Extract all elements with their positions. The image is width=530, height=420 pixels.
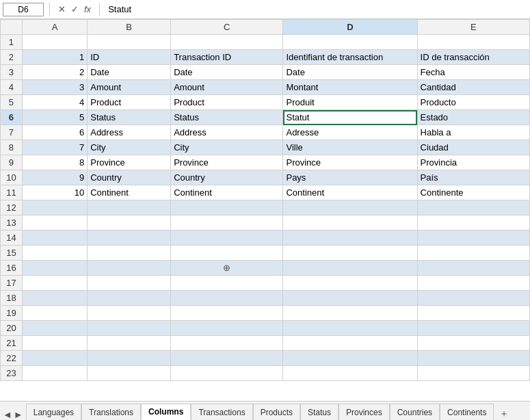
cell-b11[interactable]: Continent: [88, 185, 171, 200]
cell-d4[interactable]: Montant: [283, 80, 417, 95]
cell-e8[interactable]: Ciudad: [417, 140, 529, 155]
col-header-b[interactable]: B: [88, 20, 171, 35]
cell-e2[interactable]: ID de transacción: [417, 50, 529, 65]
dropdown-icon-c[interactable]: ▼: [274, 38, 281, 46]
cell-e9[interactable]: Provincia: [417, 155, 529, 170]
cell-d9[interactable]: Province: [283, 155, 417, 170]
header-col-name-en[interactable]: Column Name EN ▼: [171, 35, 283, 50]
cell-a8[interactable]: 7: [22, 140, 87, 155]
name-box[interactable]: [3, 3, 44, 16]
tab-next-icon[interactable]: ►: [14, 409, 23, 420]
cell-d8[interactable]: Ville: [283, 140, 417, 155]
confirm-icon[interactable]: ✓: [71, 4, 79, 14]
formula-content[interactable]: Statut: [105, 3, 527, 16]
table-header-row: 1 Column ID ▼ Column Base ▼ Column Name …: [1, 35, 530, 50]
cell-b5[interactable]: Product: [88, 95, 171, 110]
cell-e6[interactable]: Estado: [417, 110, 529, 125]
row-num-4: 4: [1, 80, 23, 95]
cell-b6[interactable]: Status: [88, 110, 171, 125]
column-headers-row: A B C D E: [1, 20, 530, 35]
tab-status[interactable]: Status: [300, 404, 339, 420]
tab-languages[interactable]: Languages: [26, 404, 81, 420]
divider-2: [99, 3, 100, 16]
tab-nav-left[interactable]: ◄ ►: [0, 409, 26, 420]
function-icon[interactable]: fx: [84, 4, 91, 14]
empty-row: 19: [1, 306, 530, 321]
cell-c9[interactable]: Province: [171, 155, 283, 170]
cell-d2[interactable]: Identifiant de transaction: [283, 50, 417, 65]
table-row: 10 9 Country Country Pays País: [1, 170, 530, 185]
cell-a11[interactable]: 10: [22, 185, 87, 200]
col-header-e[interactable]: E: [417, 20, 529, 35]
cell-d11[interactable]: Continent: [283, 185, 417, 200]
cell-c4[interactable]: Amount: [171, 80, 283, 95]
add-sheet-icon[interactable]: ＋: [499, 408, 509, 420]
tab-prev-icon[interactable]: ◄: [3, 409, 12, 420]
tab-translations[interactable]: Translations: [81, 404, 141, 420]
cell-b7[interactable]: Address: [88, 125, 171, 140]
cell-a5[interactable]: 4: [22, 95, 87, 110]
cell-d10[interactable]: Pays: [283, 170, 417, 185]
table-row: 2 1 ID Transaction ID Identifiant de tra…: [1, 50, 530, 65]
cell-a7[interactable]: 6: [22, 125, 87, 140]
cell-d6[interactable]: Statut: [283, 110, 417, 125]
header-col-id[interactable]: Column ID ▼: [22, 35, 87, 50]
cancel-icon[interactable]: ✕: [58, 4, 66, 14]
header-col-base[interactable]: Column Base ▼: [88, 35, 171, 50]
col-header-c[interactable]: C: [171, 20, 283, 35]
table-row: 8 7 City City Ville Ciudad: [1, 140, 530, 155]
empty-row: 16⊕: [1, 261, 530, 276]
cell-e11[interactable]: Continente: [417, 185, 529, 200]
row-num-7: 7: [1, 125, 23, 140]
dropdown-icon-d[interactable]: ▼: [408, 38, 415, 46]
cell-e3[interactable]: Fecha: [417, 65, 529, 80]
cell-e5[interactable]: Producto: [417, 95, 529, 110]
empty-row: 15: [1, 246, 530, 261]
cell-c7[interactable]: Address: [171, 125, 283, 140]
cell-b4[interactable]: Amount: [88, 80, 171, 95]
scroll-area[interactable]: A B C D E 1 Column ID ▼ Column Base ▼: [0, 19, 530, 401]
dropdown-icon-e[interactable]: ▼: [520, 38, 527, 46]
col-header-d[interactable]: D: [283, 20, 417, 35]
cell-b3[interactable]: Date: [88, 65, 171, 80]
cell-e4[interactable]: Cantidad: [417, 80, 529, 95]
cell-d7[interactable]: Adresse: [283, 125, 417, 140]
cell-a3[interactable]: 2: [22, 65, 87, 80]
tab-continents[interactable]: Continents: [440, 404, 494, 420]
dropdown-icon-b[interactable]: ▼: [161, 38, 168, 46]
cell-c6[interactable]: Status: [171, 110, 283, 125]
header-col-name-es[interactable]: Column Name ES ▼: [417, 35, 529, 50]
cell-a9[interactable]: 8: [22, 155, 87, 170]
tab-countries[interactable]: Countries: [390, 404, 440, 420]
cell-b8[interactable]: City: [88, 140, 171, 155]
cell-c3[interactable]: Date: [171, 65, 283, 80]
cell-b10[interactable]: Country: [88, 170, 171, 185]
header-col-name-fr[interactable]: Column Name FR ▼: [283, 35, 417, 50]
cell-c11[interactable]: Continent: [171, 185, 283, 200]
cell-c10[interactable]: Country: [171, 170, 283, 185]
cell-a2[interactable]: 1: [22, 50, 87, 65]
row-num-9: 9: [1, 155, 23, 170]
cell-c2[interactable]: Transaction ID: [171, 50, 283, 65]
empty-row: 13: [1, 215, 530, 231]
tab-provinces[interactable]: Provinces: [339, 404, 390, 420]
dropdown-icon-a[interactable]: ▼: [78, 38, 85, 46]
cell-c5[interactable]: Product: [171, 95, 283, 110]
cell-b9[interactable]: Province: [88, 155, 171, 170]
spreadsheet-table: A B C D E 1 Column ID ▼ Column Base ▼: [0, 19, 530, 381]
cell-b2[interactable]: ID: [88, 50, 171, 65]
cell-e10[interactable]: País: [417, 170, 529, 185]
cell-a10[interactable]: 9: [22, 170, 87, 185]
formula-icons: ✕ ✓ fx: [58, 4, 91, 14]
tab-products[interactable]: Products: [253, 404, 300, 420]
tab-transactions[interactable]: Transactions: [191, 404, 252, 420]
cell-d3[interactable]: Date: [283, 65, 417, 80]
tab-add[interactable]: ＋: [496, 408, 512, 420]
col-header-a[interactable]: A: [22, 20, 87, 35]
cell-a6[interactable]: 5: [22, 110, 87, 125]
tab-columns[interactable]: Columns: [141, 404, 191, 420]
cell-a4[interactable]: 3: [22, 80, 87, 95]
cell-c8[interactable]: City: [171, 140, 283, 155]
cell-e7[interactable]: Habla a: [417, 125, 529, 140]
cell-d5[interactable]: Produit: [283, 95, 417, 110]
